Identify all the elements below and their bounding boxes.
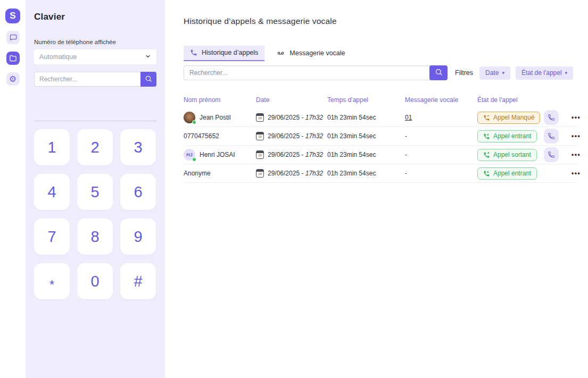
tab-call-history[interactable]: Historique d’appels — [184, 46, 264, 61]
calendar-icon: 19 — [256, 113, 264, 122]
date-cell: 19 29/06/2025 - 17h32 — [256, 150, 327, 159]
call-duration: 01h 23min 54sec — [327, 132, 405, 140]
calendar-icon: 19 — [256, 169, 264, 178]
voicemail-count: - — [405, 170, 407, 177]
table-row: HJ Henri JOSAI 19 29/06/2025 - 17h32 01h… — [184, 146, 577, 164]
history-search-input[interactable] — [184, 65, 430, 80]
sidebar-item-history[interactable] — [6, 52, 20, 65]
more-options-button[interactable]: ••• — [565, 114, 581, 121]
gear-icon: ⚙ — [9, 75, 16, 83]
status-label: Appel Manqué — [493, 114, 534, 121]
col-state: État de l'appel — [477, 96, 577, 104]
date-cell: 19 29/06/2025 - 17h32 — [256, 169, 327, 178]
search-icon — [145, 75, 152, 84]
dialer-search — [34, 72, 156, 87]
avatar — [184, 112, 195, 123]
keypad-key-hash[interactable]: # — [120, 263, 156, 299]
calendar-icon: 19 — [256, 150, 264, 159]
contact-cell: Anonyme — [184, 170, 256, 177]
filter-date-button[interactable]: Date ▾ — [479, 66, 510, 80]
more-options-button[interactable]: ••• — [565, 170, 581, 177]
status-badge: Appel entrant — [477, 167, 537, 180]
keypad-key-2[interactable]: 2 — [77, 129, 113, 165]
voicemail-count: - — [405, 151, 407, 158]
contact-name: 0770475652 — [184, 132, 219, 140]
keypad-key-5[interactable]: 5 — [77, 174, 113, 210]
dialer-divider — [34, 121, 156, 121]
call-date: 29/06/2025 - 17h32 — [268, 132, 323, 140]
phone-icon — [548, 132, 555, 140]
filter-call-state-button[interactable]: État de l'appel ▾ — [516, 66, 573, 80]
status-badge: Appel Manqué — [477, 112, 540, 124]
dialer-panel: Clavier Numéro de téléphone affichée Aut… — [26, 0, 165, 378]
filter-date-label: Date — [485, 69, 499, 77]
col-name: Nom prénom — [184, 96, 256, 104]
displayed-number-value: Automatique — [39, 53, 77, 61]
sidebar-item-chat[interactable] — [6, 31, 20, 44]
col-date: Date — [256, 96, 327, 104]
tab-voicemail-label: Messagerie vocale — [289, 49, 345, 57]
table-row: Jean Postil 19 29/06/2025 - 17h32 01h 23… — [184, 108, 577, 127]
toolbar: Filtres Date ▾ État de l'appel ▾ — [184, 65, 577, 80]
voicemail-count: - — [405, 132, 407, 140]
status-label: Appel sortant — [493, 151, 531, 158]
call-back-button[interactable] — [544, 147, 559, 162]
dialer-search-input[interactable] — [34, 72, 140, 87]
contact-cell: Jean Postil — [184, 112, 256, 123]
calendar-icon: 19 — [256, 132, 264, 140]
chevron-down-icon — [145, 53, 151, 61]
outgoing-call-icon — [483, 152, 490, 158]
history-search-button[interactable] — [429, 65, 448, 80]
keypad-key-star[interactable]: * — [34, 263, 70, 299]
contact-cell: 0770475652 — [184, 132, 256, 140]
keypad-key-4[interactable]: 4 — [34, 174, 70, 210]
call-back-button[interactable] — [544, 110, 559, 125]
app-logo[interactable]: S — [5, 9, 20, 23]
presence-dot — [192, 120, 196, 124]
more-options-button[interactable]: ••• — [565, 132, 581, 140]
displayed-number-label: Numéro de téléphone affichée — [34, 39, 156, 45]
call-duration: 01h 23min 54sec — [327, 170, 405, 177]
filter-call-state-label: État de l'appel — [521, 69, 562, 77]
keypad-key-7[interactable]: 7 — [34, 219, 70, 255]
phone-icon — [190, 49, 197, 56]
contact-name: Jean Postil — [200, 114, 231, 121]
dialer-search-button[interactable] — [140, 72, 156, 87]
keypad-key-9[interactable]: 9 — [120, 219, 156, 255]
call-back-button[interactable] — [544, 129, 559, 144]
voicemail-count-link[interactable]: 01 — [405, 114, 412, 121]
search-icon — [435, 68, 443, 78]
status-badge: Appel entrant — [477, 130, 537, 142]
voicemail-icon — [276, 49, 285, 57]
incoming-call-icon — [483, 133, 490, 140]
date-cell: 19 29/06/2025 - 17h32 — [256, 113, 327, 122]
chat-icon — [9, 33, 17, 41]
page-title: Historique d’appels & messagerie vocale — [184, 16, 577, 26]
contact-cell: HJ Henri JOSAI — [184, 149, 256, 161]
table-header: Nom prénom Date Temps d'appel Messagerie… — [184, 96, 577, 108]
contact-name: Anonyme — [184, 170, 211, 177]
call-history-page: Historique d’appels & messagerie vocale … — [165, 0, 588, 378]
incoming-call-icon — [483, 170, 490, 177]
keypad-key-6[interactable]: 6 — [120, 174, 156, 210]
tab-voicemail[interactable]: Messagerie vocale — [270, 46, 351, 61]
displayed-number-select[interactable]: Automatique — [34, 49, 156, 64]
keypad-key-3[interactable]: 3 — [120, 129, 156, 165]
keypad-key-1[interactable]: 1 — [34, 129, 70, 165]
keypad-key-8[interactable]: 8 — [77, 219, 113, 255]
phone-icon — [548, 151, 555, 158]
call-history-table: Nom prénom Date Temps d'appel Messagerie… — [184, 96, 577, 183]
contact-name: Henri JOSAI — [200, 151, 235, 158]
call-date: 29/06/2025 - 17h32 — [268, 114, 323, 121]
more-options-button[interactable]: ••• — [565, 151, 581, 158]
keypad: 1 2 3 4 5 6 7 8 9 * 0 # — [34, 129, 156, 299]
sidebar-item-settings[interactable]: ⚙ — [6, 72, 20, 86]
col-voicemail: Messagerie vocale — [405, 96, 477, 104]
call-duration: 01h 23min 54sec — [327, 114, 405, 121]
missed-call-icon — [483, 114, 490, 121]
tab-call-history-label: Historique d’appels — [202, 49, 258, 56]
keypad-key-0[interactable]: 0 — [77, 263, 113, 299]
caret-down-icon: ▾ — [502, 70, 504, 75]
table-row: Anonyme 19 29/06/2025 - 17h32 01h 23min … — [184, 164, 577, 183]
phone-icon — [548, 114, 555, 121]
